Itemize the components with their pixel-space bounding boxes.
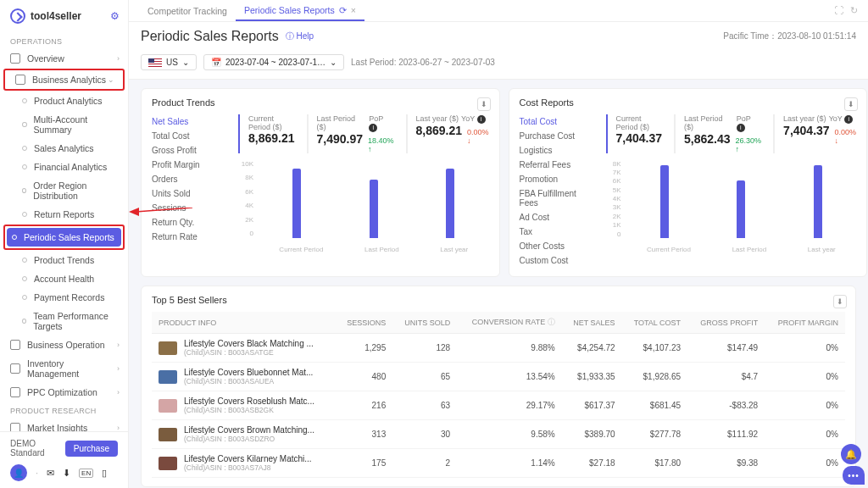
- bullet-icon: [22, 98, 27, 103]
- help-link[interactable]: ⓘ Help: [286, 30, 314, 42]
- stats-row: Current Period ($)7,404.37Last Period ($…: [606, 114, 857, 153]
- metric-item[interactable]: Purchase Cost: [520, 129, 598, 143]
- logo[interactable]: tool4seller: [0, 0, 128, 32]
- page-title: Periodic Sales Reports: [141, 29, 279, 44]
- page-header: Periodic Sales Reports ⓘ Help Pacific Ti…: [129, 22, 868, 51]
- chevron-right-icon: ›: [117, 424, 120, 431]
- metric-item[interactable]: Referral Fees: [520, 158, 598, 172]
- timestamp: Pacific Time：2023-08-10 01:51:14: [723, 30, 856, 42]
- metric-item[interactable]: Promotion: [520, 172, 598, 186]
- metric-item[interactable]: Net Sales: [152, 114, 230, 129]
- download-icon[interactable]: ⬇: [833, 295, 847, 308]
- tab-periodic[interactable]: Periodic Sales Reports⟳×: [236, 1, 364, 21]
- nav-inventory-mgmt[interactable]: Inventory Management›: [0, 354, 128, 383]
- metric-item[interactable]: Logistics: [520, 143, 598, 158]
- history-icon[interactable]: ↻: [850, 5, 858, 16]
- nav-overview[interactable]: Overview›: [0, 49, 128, 68]
- metric-item[interactable]: Gross Profit: [152, 143, 230, 158]
- nav-periodic-sales[interactable]: Periodic Sales Reports: [7, 228, 121, 247]
- logo-icon: [10, 8, 25, 24]
- purchase-button[interactable]: Purchase: [65, 441, 118, 457]
- nav-product-trends[interactable]: Product Trends: [0, 251, 128, 269]
- metric-item[interactable]: FBA Fulfillment Fees: [520, 186, 598, 210]
- refresh-icon[interactable]: ⟳: [339, 5, 347, 15]
- stat: Last Period ($)PoP i7,490.9718.40% ↑: [307, 114, 394, 153]
- nav-team-performance[interactable]: Team Performance Targets: [0, 307, 128, 336]
- chevron-right-icon: ›: [117, 388, 120, 396]
- bar: [446, 169, 454, 238]
- expand-icon[interactable]: ⛶: [834, 5, 843, 16]
- date-range-select[interactable]: 📅2023-07-04 ~ 2023-07-1…⌄: [203, 54, 344, 70]
- language-icon[interactable]: EN: [79, 469, 93, 478]
- table-row[interactable]: Lifestyle Covers Roseblush Matc...(Child…: [152, 391, 845, 420]
- settings-gear-icon[interactable]: ⚙: [110, 10, 120, 22]
- highlight-box-business-analytics: Business Analytics⌄: [3, 69, 125, 91]
- metric-item[interactable]: Profit Margin: [152, 158, 230, 172]
- nav-product-analytics[interactable]: Product Analytics: [0, 92, 128, 110]
- panel-title: Top 5 Best Sellers: [152, 295, 845, 305]
- nav: OPERATIONS Overview› Business Analytics⌄…: [0, 32, 128, 431]
- metric-item[interactable]: Ad Cost: [520, 210, 598, 225]
- nav-order-region[interactable]: Order Region Distribution: [0, 176, 128, 205]
- filter-bar: US⌄ 📅2023-07-04 ~ 2023-07-1…⌄ Last Perio…: [129, 51, 868, 80]
- chat-icon[interactable]: •••: [843, 466, 865, 485]
- nav-business-analytics[interactable]: Business Analytics⌄: [5, 70, 123, 89]
- chevron-down-icon: ⌄: [330, 58, 337, 67]
- section-research: PRODUCT RESEARCH: [0, 402, 128, 419]
- nav-business-operation[interactable]: Business Operation›: [0, 336, 128, 354]
- metric-item[interactable]: Tax: [520, 225, 598, 239]
- chevron-down-icon: ⌄: [182, 58, 189, 67]
- metric-item[interactable]: Custom Cost: [520, 253, 598, 268]
- download-icon[interactable]: ⬇: [63, 468, 70, 479]
- plan-label: Standard: [10, 448, 45, 458]
- close-tab-icon[interactable]: ×: [351, 5, 356, 15]
- metric-item[interactable]: Total Cost: [520, 114, 598, 129]
- metric-item[interactable]: Total Cost: [152, 129, 230, 143]
- bar: [370, 180, 378, 238]
- bullet-icon: [22, 258, 27, 263]
- best-sellers-panel: Top 5 Best Sellers ⬇ PRODUCT INFOSESSION…: [141, 286, 856, 487]
- mobile-icon[interactable]: ▯: [102, 468, 107, 479]
- table-row[interactable]: Lifestyle Covers Brown Matching...(Child…: [152, 420, 845, 449]
- tab-competitor[interactable]: Competitor Tracking: [139, 2, 236, 20]
- table-row[interactable]: Lifestyle Covers Black Matching ...(Chil…: [152, 334, 845, 363]
- metric-list: Net SalesTotal CostGross ProfitProfit Ma…: [152, 114, 230, 253]
- nav-account-health[interactable]: Account Health: [0, 269, 128, 288]
- chevron-down-icon: ⌄: [108, 75, 114, 84]
- stat: Last Period ($)PoP i5,862.4326.30% ↑: [674, 114, 761, 153]
- mail-icon[interactable]: ✉: [47, 468, 54, 479]
- metric-item[interactable]: Other Costs: [520, 239, 598, 253]
- main: Competitor Tracking Periodic Sales Repor…: [129, 0, 868, 488]
- nav-financial-analytics[interactable]: Financial Analytics: [0, 158, 128, 176]
- bullet-icon: [22, 188, 26, 193]
- calendar-icon: 📅: [211, 58, 221, 67]
- bullet-icon: [12, 235, 17, 240]
- nav-sales-analytics[interactable]: Sales Analytics: [0, 139, 128, 158]
- nav-return-reports[interactable]: Return Reports: [0, 205, 128, 224]
- metric-item[interactable]: Return Qty.: [152, 215, 230, 230]
- table-row[interactable]: Lifestyle Covers Kilarney Matchi...(Chil…: [152, 449, 845, 478]
- metric-item[interactable]: Return Rate: [152, 230, 230, 244]
- nav-ppc[interactable]: PPC Optimization›: [0, 383, 128, 402]
- notification-icon[interactable]: 🔔: [841, 444, 861, 464]
- market-select[interactable]: US⌄: [141, 54, 197, 70]
- bar: [292, 169, 301, 238]
- table-row[interactable]: Lifestyle Covers Bluebonnet Mat...(Child…: [152, 363, 845, 391]
- nav-market-insights[interactable]: Market Insights›: [0, 419, 128, 431]
- download-icon[interactable]: ⬇: [477, 97, 491, 111]
- stat: Last year ($)YoY i8,869.210.00% ↓: [406, 114, 489, 153]
- bar: [660, 165, 669, 237]
- bullet-icon: [22, 164, 27, 169]
- metric-item[interactable]: Units Sold: [152, 186, 230, 201]
- download-icon[interactable]: ⬇: [844, 97, 858, 111]
- nav-payment-records[interactable]: Payment Records: [0, 288, 128, 307]
- nav-multi-account[interactable]: Multi-Account Summary: [0, 110, 128, 139]
- bullet-icon: [22, 212, 27, 217]
- bullet-icon: [22, 146, 27, 151]
- avatar-icon[interactable]: 👤: [10, 464, 27, 481]
- analytics-icon: [15, 75, 25, 85]
- metric-item[interactable]: Sessions: [152, 201, 230, 215]
- metric-item[interactable]: Orders: [152, 172, 230, 186]
- stats-row: Current Period ($)8,869.21Last Period ($…: [238, 114, 489, 153]
- metric-list: Total CostPurchase CostLogisticsReferral…: [520, 114, 598, 268]
